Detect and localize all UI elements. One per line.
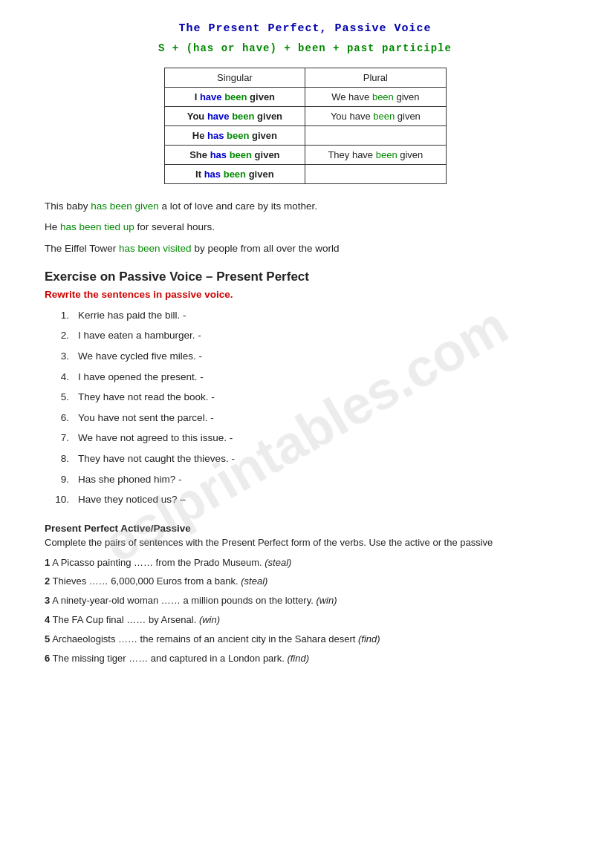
col-singular-header: Singular xyxy=(164,68,305,88)
active-passive-desc: Complete the pairs of sentences with the… xyxy=(45,537,565,548)
active-passive-title: Present Perfect Active/Passive xyxy=(45,523,565,534)
list-item: 5 Archaeologists …… the remains of an an… xyxy=(45,632,565,647)
col-plural-header: Plural xyxy=(305,68,446,88)
list-item: 10.Have they noticed us? – xyxy=(45,492,565,508)
active-passive-section: Present Perfect Active/Passive Complete … xyxy=(45,523,565,667)
exercise-instruction: Rewrite the sentences in passive voice. xyxy=(45,289,565,300)
list-item: 1.Kerrie has paid the bill. - xyxy=(45,307,565,324)
list-item: 1 A Picasso painting …… from the Prado M… xyxy=(45,555,565,571)
exercise-title: Exercise on Passive Voice – Present Perf… xyxy=(45,270,565,284)
examples-section: This baby has been given a lot of love a… xyxy=(45,199,565,256)
list-item: 6.You have not sent the parcel. - xyxy=(45,410,565,426)
list-item: 3 A ninety-year-old woman …… a million p… xyxy=(45,593,565,609)
list-item: 3.We have cycled five miles. - xyxy=(45,348,565,365)
page-title: The Present Perfect, Passive Voice xyxy=(45,22,565,35)
list-item: 2 Thieves …… 6,000,000 Euros from a bank… xyxy=(45,574,565,590)
list-item: 5.They have not read the book. - xyxy=(45,389,565,405)
list-item: 4 The FA Cup final …… by Arsenal. (win) xyxy=(45,613,565,628)
example-line: He has been tied up for several hours. xyxy=(45,220,565,235)
exercise-list: 1.Kerrie has paid the bill. -2.I have ea… xyxy=(45,307,565,508)
table-row: I have been givenWe have been given xyxy=(164,88,446,107)
list-item: 7.We have not agreed to this issue. - xyxy=(45,430,565,446)
formula: S + (has or have) + been + past particip… xyxy=(45,42,565,54)
table-row: He has been given xyxy=(164,126,446,146)
example-line: This baby has been given a lot of love a… xyxy=(45,199,565,214)
list-item: 4.I have opened the present. - xyxy=(45,369,565,385)
table-row: It has been given xyxy=(164,165,446,184)
list-item: 8.They have not caught the thieves. - xyxy=(45,451,565,467)
list-item: 6 The missing tiger …… and captured in a… xyxy=(45,651,565,667)
table-row: She has been givenThey have been given xyxy=(164,146,446,165)
table-row: You have been givenYou have been given xyxy=(164,107,446,126)
active-passive-items: 1 A Picasso painting …… from the Prado M… xyxy=(45,555,565,667)
list-item: 2.I have eaten a hamburger. - xyxy=(45,327,565,344)
list-item: 9.Has she phoned him? - xyxy=(45,471,565,488)
example-line: The Eiffel Tower has been visited by peo… xyxy=(45,241,565,256)
conjugation-table: Singular Plural I have been givenWe have… xyxy=(164,68,447,184)
